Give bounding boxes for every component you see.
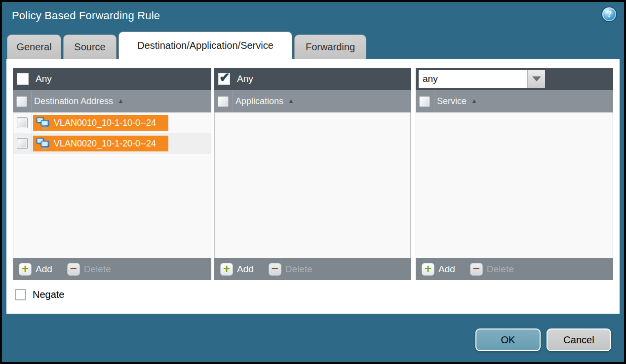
row-checkbox[interactable] bbox=[17, 138, 28, 149]
service-dropdown-bar: any bbox=[416, 68, 613, 90]
tab-bar: General Source Destination/Application/S… bbox=[7, 32, 366, 59]
applications-list bbox=[214, 112, 411, 258]
add-button[interactable]: Add bbox=[438, 264, 455, 275]
applications-any-label: Any bbox=[237, 73, 253, 84]
negate-row: Negate bbox=[15, 289, 65, 300]
service-select-all-checkbox[interactable] bbox=[419, 96, 430, 107]
destination-any-bar: Any bbox=[13, 68, 211, 90]
column-divider bbox=[31, 91, 32, 111]
help-icon-glyph: ? bbox=[607, 9, 612, 19]
tab-general[interactable]: General bbox=[7, 35, 61, 59]
dropdown-arrow-icon bbox=[532, 76, 541, 81]
tab-source[interactable]: Source bbox=[63, 35, 117, 59]
destination-any-label: Any bbox=[36, 73, 52, 84]
delete-icon[interactable]: − bbox=[67, 263, 80, 276]
add-button[interactable]: Add bbox=[36, 264, 52, 275]
applications-column-header: Applications ▲ bbox=[214, 90, 411, 112]
row-checkbox[interactable] bbox=[17, 117, 28, 128]
column-divider bbox=[233, 91, 233, 111]
policy-forwarding-dialog: Policy Based Forwarding Rule ? General S… bbox=[0, 0, 626, 364]
destination-select-all-checkbox[interactable] bbox=[16, 96, 27, 107]
network-address-icon bbox=[36, 138, 50, 149]
add-icon[interactable]: + bbox=[422, 263, 434, 276]
add-button[interactable]: Add bbox=[237, 264, 254, 275]
dialog-title: Policy Based Forwarding Rule bbox=[12, 9, 160, 22]
delete-icon[interactable]: − bbox=[269, 263, 281, 276]
tab-content: Any Destination Address ▲ bbox=[6, 59, 620, 314]
add-icon[interactable]: + bbox=[220, 263, 233, 276]
delete-button[interactable]: Delete bbox=[487, 264, 514, 275]
service-dropdown[interactable]: any bbox=[419, 70, 545, 88]
applications-column-label[interactable]: Applications bbox=[235, 96, 283, 107]
service-dropdown-button[interactable] bbox=[527, 70, 545, 88]
delete-button[interactable]: Delete bbox=[84, 264, 111, 275]
ok-button[interactable]: OK bbox=[475, 328, 541, 351]
address-object[interactable]: VLAN0020_10-1-20-0--24 bbox=[33, 136, 168, 151]
list-item[interactable]: VLAN0020_10-1-20-0--24 bbox=[13, 133, 211, 154]
address-object-label: VLAN0020_10-1-20-0--24 bbox=[54, 139, 156, 149]
sort-asc-icon[interactable]: ▲ bbox=[471, 97, 477, 105]
service-column-label[interactable]: Service bbox=[437, 96, 467, 107]
delete-icon[interactable]: − bbox=[470, 263, 483, 276]
service-column-header: Service ▲ bbox=[416, 90, 613, 112]
destination-column-label[interactable]: Destination Address bbox=[34, 96, 113, 107]
destination-footer: + Add − Delete bbox=[13, 258, 211, 280]
service-list bbox=[416, 112, 613, 258]
sort-asc-icon[interactable]: ▲ bbox=[288, 97, 294, 105]
service-footer: + Add − Delete bbox=[416, 258, 613, 280]
destination-list: VLAN0010_10-1-10-0--24 bbox=[13, 112, 211, 258]
column-divider bbox=[434, 91, 434, 111]
applications-panel: ✔ Any Applications ▲ + Add − Delete bbox=[214, 68, 411, 280]
add-icon[interactable]: + bbox=[19, 263, 32, 276]
network-address-icon bbox=[36, 117, 50, 129]
negate-label: Negate bbox=[33, 289, 65, 300]
sort-asc-icon[interactable]: ▲ bbox=[117, 97, 124, 105]
destination-any-checkbox[interactable] bbox=[17, 73, 29, 85]
delete-button[interactable]: Delete bbox=[285, 264, 313, 275]
tab-destination-application-service[interactable]: Destination/Application/Service bbox=[118, 32, 292, 59]
column-divider bbox=[32, 113, 32, 132]
applications-select-all-checkbox[interactable] bbox=[218, 96, 229, 107]
destination-column-header: Destination Address ▲ bbox=[13, 90, 211, 112]
cancel-button[interactable]: Cancel bbox=[547, 328, 611, 351]
service-dropdown-value[interactable]: any bbox=[419, 70, 527, 88]
address-object-label: VLAN0010_10-1-10-0--24 bbox=[54, 118, 156, 128]
tab-forwarding[interactable]: Forwarding bbox=[294, 35, 366, 59]
applications-footer: + Add − Delete bbox=[214, 258, 411, 280]
applications-any-bar: ✔ Any bbox=[214, 68, 411, 90]
address-object[interactable]: VLAN0010_10-1-10-0--24 bbox=[33, 115, 168, 131]
applications-any-checkbox[interactable]: ✔ bbox=[218, 73, 230, 85]
service-panel: any Service ▲ + Add − bbox=[416, 68, 613, 280]
destination-address-panel: Any Destination Address ▲ bbox=[13, 68, 211, 280]
column-divider bbox=[32, 134, 32, 153]
help-icon[interactable]: ? bbox=[602, 7, 616, 21]
list-item[interactable]: VLAN0010_10-1-10-0--24 bbox=[13, 112, 211, 133]
negate-checkbox[interactable] bbox=[15, 289, 26, 300]
